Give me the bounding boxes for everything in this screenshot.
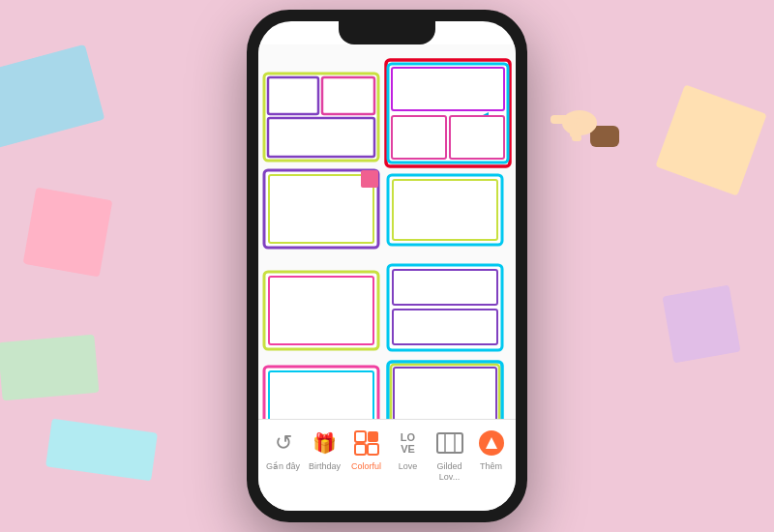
svg-rect-11 — [269, 175, 373, 243]
tab-colorful[interactable]: Colorful — [345, 428, 387, 472]
tab-love[interactable]: LOVE Love — [387, 428, 429, 472]
svg-rect-26 — [368, 431, 378, 442]
svg-rect-3 — [268, 118, 374, 157]
svg-rect-14 — [393, 180, 497, 240]
svg-rect-37 — [568, 125, 581, 132]
svg-rect-39 — [572, 135, 581, 141]
love-icon: LOVE — [393, 428, 424, 458]
phone-notch — [339, 21, 435, 44]
colorful-icon — [351, 428, 382, 458]
frames-svg — [258, 44, 516, 419]
recent-icon: ↺ — [268, 428, 299, 458]
tab-more-label: Thêm — [480, 461, 502, 472]
svg-rect-29 — [437, 433, 462, 453]
svg-rect-24 — [394, 368, 496, 419]
tab-recent[interactable]: ↺ Gần đây — [262, 428, 304, 472]
tab-colorful-label: Colorful — [351, 461, 381, 472]
svg-rect-25 — [355, 431, 366, 442]
svg-rect-8 — [392, 116, 446, 159]
hand-cursor — [537, 82, 614, 150]
tab-gilded[interactable]: Gilded Lov... — [429, 428, 470, 483]
phone-body: ↺ Gần đây 🎁 Birthday — [247, 10, 527, 522]
tab-birthday[interactable]: 🎁 Birthday — [304, 428, 345, 472]
frames-scroll-area[interactable] — [258, 44, 516, 419]
tab-recent-label: Gần đây — [266, 461, 300, 472]
phone-device: ↺ Gần đây 🎁 Birthday — [247, 10, 527, 522]
birthday-icon: 🎁 — [310, 428, 341, 458]
svg-rect-2 — [322, 77, 374, 114]
tab-birthday-label: Birthday — [309, 461, 341, 472]
bottom-tab-bar: ↺ Gần đây 🎁 Birthday — [258, 419, 516, 511]
phone-screen: ↺ Gần đây 🎁 Birthday — [258, 21, 516, 511]
bg-shape-1 — [0, 44, 104, 149]
bg-shape-4 — [655, 84, 766, 195]
bg-shape-6 — [45, 419, 158, 482]
svg-rect-19 — [393, 310, 497, 344]
svg-rect-12 — [361, 170, 378, 188]
svg-rect-9 — [450, 116, 504, 159]
tab-gilded-label: Gilded Lov... — [429, 461, 470, 483]
svg-rect-1 — [268, 77, 318, 114]
tab-more[interactable]: Thêm — [470, 428, 512, 472]
svg-rect-21 — [269, 371, 373, 419]
bg-shape-3 — [0, 335, 99, 400]
svg-rect-28 — [368, 444, 378, 455]
svg-rect-6 — [392, 68, 504, 110]
bg-shape-2 — [23, 188, 113, 278]
more-icon — [476, 428, 507, 458]
svg-rect-16 — [269, 277, 373, 344]
tab-love-label: Love — [399, 461, 418, 472]
gilded-icon — [434, 428, 465, 458]
svg-rect-27 — [355, 444, 366, 455]
bg-shape-5 — [662, 284, 740, 363]
svg-point-40 — [572, 111, 583, 119]
svg-rect-18 — [393, 270, 497, 305]
